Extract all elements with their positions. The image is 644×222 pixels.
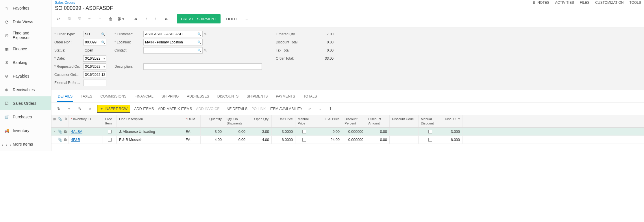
sidebar-item-payables[interactable]: ⊖Payables [0,69,51,83]
col-discount-amount[interactable]: Discount Amount [366,115,390,127]
order-type-input[interactable] [83,31,106,37]
col-inventory-id[interactable]: *Inventory ID [69,115,103,127]
save-button[interactable]: 🖫 [65,15,73,23]
customer-ord-input[interactable] [83,71,106,78]
cell-open-qty[interactable]: 4.00 [248,136,272,144]
cell-quantity[interactable]: 4.00 [201,136,224,144]
sidebar-item-favorites[interactable]: ☆Favorites [0,1,51,15]
cell-qty-on-shipments[interactable]: 0.00 [224,136,248,144]
cell-discount-percent[interactable]: 0.000000 [342,128,366,135]
location-input[interactable] [143,39,203,45]
cell-line-description[interactable]: J. Albanese Unloading [117,128,183,135]
col-uom[interactable]: *UOM [183,115,201,127]
item-availability-button[interactable]: ITEM AVAILABILITY [270,107,302,111]
cell-discount-code[interactable] [390,136,419,144]
description-input[interactable] [143,63,262,70]
cell-open-qty[interactable]: 3.00 [248,128,272,135]
cell-qty-on-shipments[interactable]: 0.00 [224,128,248,135]
cell-disc-u[interactable]: 6.000 [442,136,462,144]
create-shipment-button[interactable]: CREATE SHIPMENT [177,14,221,23]
edit-row-button[interactable]: ✎ [76,107,83,111]
fit-columns-button[interactable]: ⤢ [306,107,313,111]
cell-disc-u[interactable]: 3.000 [442,128,462,135]
tab-financial[interactable]: FINANCIAL [134,91,154,102]
add-items-button[interactable]: ADD ITEMS [134,107,154,111]
tab-taxes[interactable]: TAXES [80,91,93,102]
col-manual-price[interactable]: Manual Price [295,115,313,127]
col-disc-u[interactable]: Disc. U Pr [442,115,462,127]
col-open-qty[interactable]: Open Qty. [248,115,272,127]
cell-line-description[interactable]: F & B Mussels [117,136,183,144]
customer-input[interactable] [143,31,203,37]
cell-free-item[interactable] [103,128,117,135]
cell-manual-discount[interactable] [419,128,442,135]
add-button[interactable]: ＋ [96,15,104,23]
col-quantity[interactable]: Quantity [201,115,224,127]
sidebar-item-receivables[interactable]: ⊕Receivables [0,83,51,96]
cell-discount-code[interactable] [390,128,419,135]
cell-manual-discount[interactable] [419,136,442,144]
customization-action[interactable]: CUSTOMIZATION [595,1,623,5]
pencil-icon[interactable]: ✎ [203,48,208,53]
sidebar-item-finance[interactable]: ▦Finance [0,42,51,56]
external-ref-input[interactable] [83,80,106,86]
order-nbr-input[interactable] [83,39,106,45]
sidebar-item-banking[interactable]: $Banking [0,56,51,69]
tab-commissions[interactable]: COMMISSIONS [100,91,127,102]
refresh-button[interactable]: ↻ [55,107,62,111]
add-matrix-items-button[interactable]: ADD MATRIX ITEMS [158,107,192,111]
save-close-button[interactable]: 🖫 [75,15,83,23]
insert-row-button[interactable]: ＋INSERT ROW [97,105,130,113]
col-manual-discount[interactable]: Manual Discount [419,115,442,127]
col-line-description[interactable]: Line Description [117,115,183,127]
tab-shipments[interactable]: SHIPMENTS [246,91,268,102]
activities-action[interactable]: ACTIVITIES [555,1,574,5]
more-button[interactable]: ⋯ [243,15,251,23]
sidebar-item-sales-orders[interactable]: ☑Sales Orders [0,96,51,110]
sidebar-item-data-views[interactable]: ◔Data Views [0,15,51,28]
attach-icon[interactable]: 📎 [57,136,63,144]
cell-manual-price[interactable] [295,128,313,135]
cell-manual-price[interactable] [295,136,313,144]
cell-ext-price[interactable]: 9.00 [313,128,342,135]
row-expand[interactable]: › [51,128,57,135]
date-input[interactable] [83,55,106,62]
col-discount-percent[interactable]: Discount Percent [342,115,366,127]
note-icon[interactable]: 🗎 [63,128,69,135]
line-details-button[interactable]: LINE DETAILS [224,107,247,111]
upload-button[interactable]: ⤒ [327,107,334,111]
export-excel-button[interactable]: ⤓ [317,107,323,111]
tab-discounts[interactable]: DISCOUNTS [217,91,239,102]
col-free-item[interactable]: Free Item [103,115,117,127]
table-row[interactable]: ›📎🗎4ALBAJ. Albanese UnloadingEA3.000.003… [51,128,644,136]
cell-discount-amount[interactable]: 0.00 [366,136,390,144]
first-button[interactable]: ⏮ [131,15,139,23]
col-discount-code[interactable]: Discount Code [390,115,419,127]
col-unit-price[interactable]: Unit Price [272,115,295,127]
col-expand[interactable]: ⊞ [51,115,57,127]
contact-input[interactable] [143,47,203,54]
cell-uom[interactable]: EA [183,128,201,135]
cell-ext-price[interactable]: 24.00 [313,136,342,144]
back-button[interactable]: ↩ [54,15,62,23]
delete-button[interactable]: 🗑 [106,15,114,23]
prev-button[interactable]: 〈 [142,15,150,23]
pencil-icon[interactable]: ✎ [203,32,208,36]
copy-button[interactable]: 🗐 ▾ [117,15,125,23]
next-button[interactable]: 〉 [152,15,160,23]
cell-uom[interactable]: EA [183,136,201,144]
last-button[interactable]: ⏭ [162,15,171,23]
delete-row-button[interactable]: ✕ [87,107,93,111]
sidebar-item-inventory[interactable]: 🚚Inventory [0,124,51,137]
note-icon[interactable]: 🗎 [63,136,69,144]
table-row[interactable]: 📎🗎4F&BF & B MusselsEA4.000.004.006.00002… [51,136,644,144]
requested-on-input[interactable] [83,63,106,70]
tab-shipping[interactable]: SHIPPING [161,91,179,102]
notes-action[interactable]: 🗎NOTES [533,1,549,5]
cell-discount-percent[interactable]: 0.000000 [342,136,366,144]
attach-icon[interactable]: 📎 [57,128,63,135]
col-ext-price[interactable]: Ext. Price [313,115,342,127]
sidebar-item-time-and-expenses[interactable]: ◷Time and Expenses [0,28,51,42]
sidebar-item-more-items[interactable]: ⋮⋮⋮More Items [0,137,51,151]
row-expand[interactable] [51,136,57,144]
